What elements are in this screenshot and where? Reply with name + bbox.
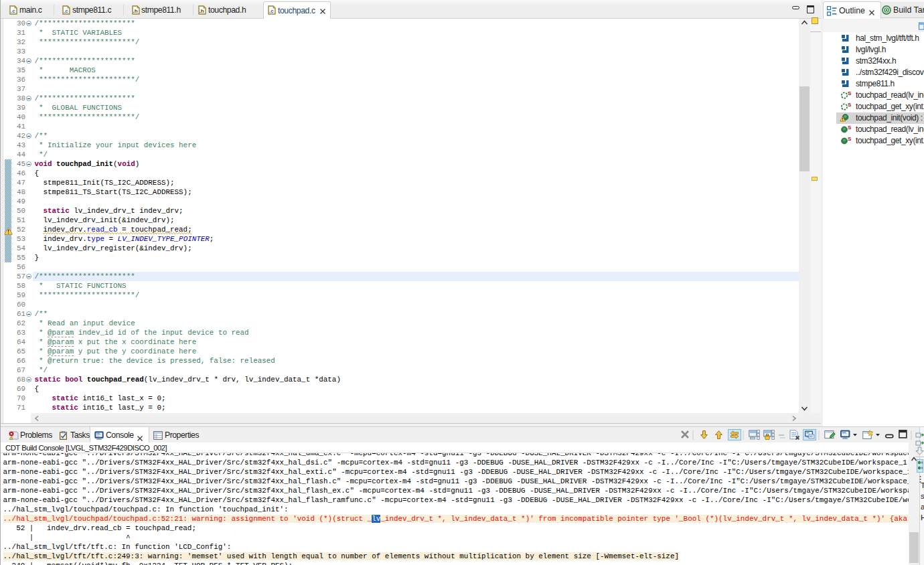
- svg-text:S: S: [848, 136, 852, 142]
- svg-text:S: S: [848, 90, 852, 96]
- svg-text:.c: .c: [269, 8, 274, 14]
- svg-text:.c: .c: [64, 8, 68, 14]
- svg-text:S: S: [848, 125, 852, 131]
- svg-text:.c: .c: [11, 8, 15, 14]
- svg-text:S: S: [848, 102, 852, 108]
- svg-text:.h: .h: [200, 8, 204, 14]
- svg-text:.h: .h: [133, 8, 138, 14]
